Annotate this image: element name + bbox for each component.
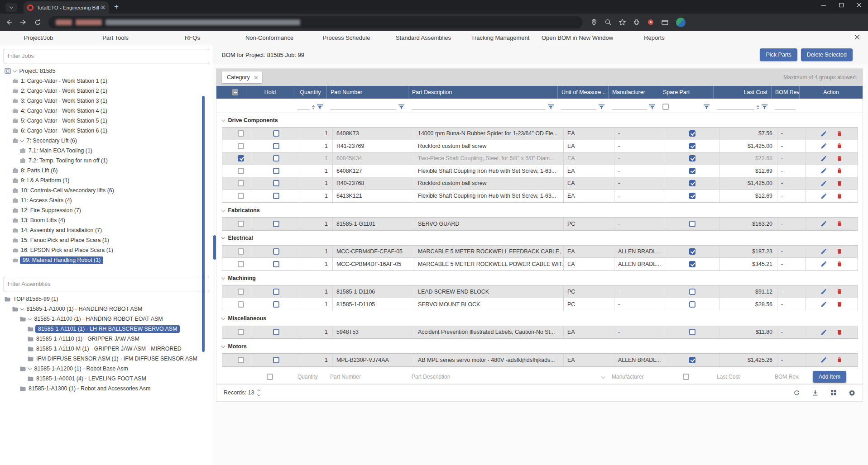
job-item-15-fanuc-pick-and-place-scara-[interactable]: 15: Fanuc Pick and Place Scara (1)	[0, 235, 213, 245]
nav-item-non-conformance[interactable]: Non-Conformance	[231, 34, 308, 41]
row-select-checkbox[interactable]	[238, 261, 244, 267]
delete-trash-icon[interactable]	[836, 155, 843, 162]
profile-avatar[interactable]	[676, 18, 686, 27]
select-all-cell[interactable]	[224, 86, 246, 99]
job-item-6-cargo-vator-work-station-6-1[interactable]: 6: Cargo-Vator - Work Station 6 (1)	[0, 126, 213, 136]
hold-cell[interactable]	[252, 218, 300, 230]
edit-pencil-icon[interactable]	[820, 180, 827, 187]
chevron-down-icon[interactable]	[13, 69, 17, 72]
edit-pencil-icon[interactable]	[820, 167, 827, 174]
job-item-3-cargo-vator-work-station-3-1[interactable]: 3: Cargo-Vator - Work Station 3 (1)	[0, 96, 213, 106]
filter-assemblies-input[interactable]	[4, 277, 209, 291]
filter-bom-rev[interactable]	[771, 99, 799, 113]
spare-part-cell[interactable]	[665, 286, 719, 298]
col-manufacturer[interactable]: Manufacturer	[608, 86, 659, 99]
row-select-cell[interactable]	[230, 128, 252, 140]
hold-cell[interactable]	[252, 190, 300, 203]
filter-funnel-icon[interactable]	[599, 104, 604, 110]
spare-part-cell[interactable]	[665, 218, 719, 230]
hold-checkbox[interactable]	[273, 168, 279, 174]
add-part-number-field[interactable]: Part Number	[326, 370, 408, 384]
pick-parts-button[interactable]: Pick Parts	[760, 48, 797, 61]
delete-trash-icon[interactable]	[836, 356, 843, 363]
spare-part-checkbox[interactable]	[689, 168, 695, 174]
job-item-13-boom-lifts-4[interactable]: 13: Boom Lifts (4)	[0, 215, 213, 225]
job-item-7-1-main-eoa-tooling-1[interactable]: 7.1: Main EOA Tooling (1)	[0, 146, 213, 156]
filter-spare[interactable]	[659, 99, 713, 113]
spare-part-cell[interactable]	[665, 140, 719, 152]
select-all-checkbox[interactable]	[232, 89, 238, 95]
hold-cell[interactable]	[252, 246, 300, 258]
filter-jobs-input[interactable]	[4, 49, 209, 63]
assembly-item-81585-1-a1101-1-lh-rh-ballscre[interactable]: 81585-1-A1101 (1) - LH RH BALLSCREW SERV…	[0, 324, 213, 334]
row-select-cell[interactable]	[230, 286, 252, 298]
spare-part-checkbox[interactable]	[689, 357, 695, 363]
edit-pencil-icon[interactable]	[820, 220, 827, 227]
nav-item-process-schedule[interactable]: Process Schedule	[308, 34, 385, 41]
delete-trash-icon[interactable]	[836, 193, 843, 199]
row-select-checkbox[interactable]	[238, 357, 244, 363]
filter-input-line[interactable]	[775, 104, 796, 110]
spare-part-checkbox[interactable]	[689, 130, 695, 137]
spare-part-cell[interactable]	[665, 246, 719, 258]
edit-pencil-icon[interactable]	[820, 288, 827, 295]
filter-part-number[interactable]	[326, 99, 408, 113]
extensions-puzzle-icon[interactable]	[633, 19, 640, 25]
col-bom-rev[interactable]: BOM Rev.	[771, 86, 799, 99]
spare-part-checkbox[interactable]	[689, 301, 695, 308]
row-select-checkbox[interactable]	[238, 180, 244, 186]
hold-checkbox[interactable]	[273, 289, 279, 295]
spare-part-cell[interactable]	[665, 258, 719, 270]
hold-checkbox[interactable]	[273, 193, 279, 199]
col-unit-of-measure[interactable]: Unit of Measure ..	[557, 86, 608, 99]
url-bar[interactable]	[48, 16, 583, 28]
job-item-11-access-stairs-4[interactable]: 11: Access Stairs (4)	[0, 195, 213, 205]
add-spare-cell[interactable]	[659, 370, 713, 384]
zoom-icon[interactable]	[605, 19, 611, 25]
job-item-project-81585[interactable]: Project: 81585	[0, 66, 213, 76]
records-spinner[interactable]	[258, 390, 260, 396]
spare-part-cell[interactable]	[665, 152, 719, 165]
nav-item-standard-assemblies[interactable]: Standard Assemblies	[385, 34, 462, 41]
group-header-drive-components[interactable]: Drive Components	[216, 114, 863, 126]
chevron-down-icon[interactable]	[20, 307, 24, 310]
assembly-item-top-81585-99-1[interactable]: TOP 81585-99 (1)	[0, 294, 213, 304]
assembly-item-81585-1-a1100-1-handing-robot-[interactable]: 81585-1-A1100 (1) - HANDING ROBOT EOAT A…	[0, 314, 213, 324]
download-icon[interactable]	[812, 389, 819, 396]
refresh-icon[interactable]	[793, 389, 800, 396]
spare-part-checkbox[interactable]	[689, 329, 695, 335]
assembly-item-81585-1-a1000-1-handling-robot[interactable]: 81585-1-A1000 (1) - HANDLING ROBOT ASM	[0, 304, 213, 314]
spare-part-cell[interactable]	[665, 128, 719, 140]
spare-part-checkbox[interactable]	[689, 248, 695, 255]
assembly-item-81585-1-a1200-1-robot-base-asm[interactable]: 81585-1-A1200 (1) - Robot Base Asm	[0, 364, 213, 374]
delete-trash-icon[interactable]	[836, 220, 843, 227]
reload-icon[interactable]	[34, 19, 41, 26]
edit-pencil-icon[interactable]	[820, 130, 827, 137]
col-last-cost[interactable]: Last Cost	[713, 86, 771, 99]
col-part-number[interactable]: Part Number	[326, 86, 408, 99]
hold-checkbox[interactable]	[273, 261, 279, 267]
filter-input-line[interactable]	[561, 104, 596, 110]
chevron-down-icon[interactable]	[221, 118, 225, 122]
delete-trash-icon[interactable]	[836, 167, 843, 174]
hold-cell[interactable]	[252, 128, 300, 140]
spare-part-checkbox[interactable]	[689, 180, 695, 186]
hold-checkbox[interactable]	[273, 221, 279, 227]
delete-trash-icon[interactable]	[836, 261, 843, 267]
edit-pencil-icon[interactable]	[820, 155, 827, 162]
job-item-12-fire-suppression-7[interactable]: 12: Fire Suppression (7)	[0, 205, 213, 215]
spare-part-checkbox[interactable]	[689, 289, 695, 295]
hold-cell[interactable]	[252, 258, 300, 270]
assembly-item-81585-1-a1110-m-1-gripper-jaw-[interactable]: 81585-1-A1110-M (1) - GRIPPER JAW ASM - …	[0, 344, 213, 354]
jobs-tree-scrollbar-thumb[interactable]	[213, 235, 216, 260]
spare-part-checkbox[interactable]	[689, 193, 695, 199]
window-close-button[interactable]	[857, 3, 862, 8]
job-item-5-cargo-vator-work-station-5-1[interactable]: 5: Cargo-Vator - Work Station 5 (1)	[0, 116, 213, 126]
nav-item-project-job[interactable]: Project/Job	[0, 34, 77, 41]
add-hold-cell[interactable]	[246, 370, 294, 384]
grid-view-icon[interactable]	[830, 389, 837, 396]
row-select-checkbox[interactable]	[238, 301, 244, 308]
row-select-cell[interactable]	[230, 246, 252, 258]
chevron-down-icon[interactable]	[20, 138, 24, 142]
chevron-down-icon[interactable]	[221, 276, 225, 280]
